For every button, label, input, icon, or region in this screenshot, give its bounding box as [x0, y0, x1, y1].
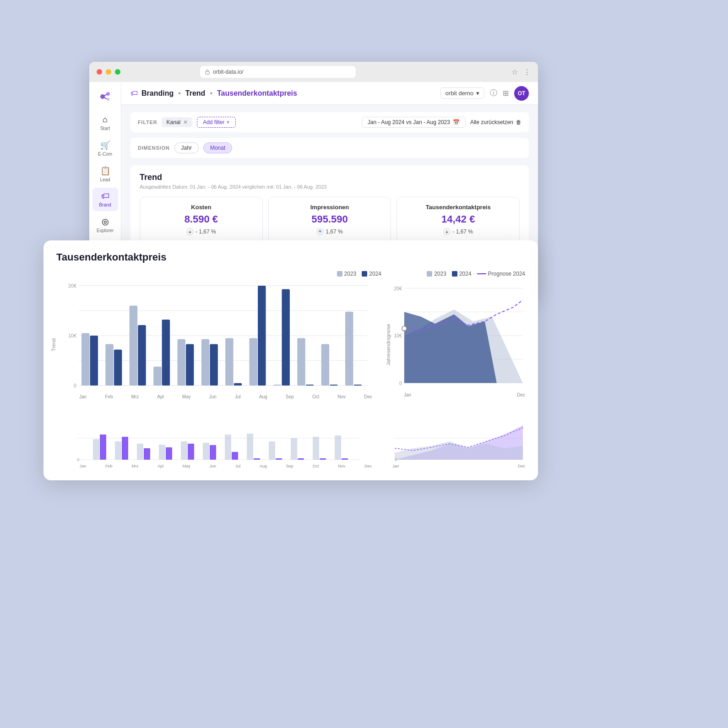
svg-rect-62	[181, 441, 187, 460]
svg-rect-26	[186, 344, 194, 386]
x-jul: Jul	[235, 394, 241, 399]
date-range-chip[interactable]: Jan - Aug 2024 vs Jan - Aug 2023 📅	[362, 117, 466, 128]
legend-label-prognose: Prognose 2024	[488, 271, 525, 277]
svg-rect-72	[291, 438, 297, 460]
x-axis-labels: Jan Feb Mrz Apl May Jun Jul Aug Sep Oct …	[56, 394, 381, 399]
reset-button[interactable]: Alle zurücksetzen 🗑	[470, 119, 522, 125]
explorer-icon: ◎	[102, 217, 109, 227]
metric-value-impressionen: 595.590	[311, 213, 348, 225]
lead-icon: 📋	[100, 166, 110, 176]
svg-rect-21	[130, 306, 137, 386]
sep2: •	[210, 89, 212, 98]
x-jun: Jun	[209, 394, 217, 399]
filter-chip-kanal[interactable]: Kanal ✕	[162, 117, 192, 127]
metric-name-tausend: Tausenderkontaktpreis	[426, 204, 491, 211]
bottom-charts: 0 JanFebMrzApl MayJunJulAug SepOctNovDec	[56, 416, 525, 471]
svg-rect-60	[159, 445, 165, 460]
lock-icon	[205, 69, 210, 75]
legend-color-2023	[337, 271, 342, 277]
breadcrumb-branding: Branding	[141, 89, 174, 98]
breadcrumb-trend: Trend	[185, 89, 206, 98]
svg-rect-58	[137, 444, 143, 460]
legend-f-2023: 2023	[427, 271, 446, 277]
svg-rect-73	[298, 458, 304, 460]
x-jan: Jan	[79, 394, 87, 399]
svg-rect-77	[342, 458, 348, 460]
info-icon[interactable]: ⓘ	[490, 88, 497, 98]
svg-rect-63	[188, 444, 194, 460]
cart-icon: 🛒	[100, 140, 110, 150]
star-icon[interactable]: ☆	[511, 68, 518, 76]
filter-label: FILTER	[138, 120, 157, 125]
chevron-down-icon: ▾	[476, 90, 479, 97]
sidebar-label-brand: Brand	[99, 202, 111, 207]
svg-rect-71	[276, 458, 282, 460]
change-text-impressionen: 1,67 %	[326, 228, 342, 235]
x-nov: Nov	[337, 394, 346, 399]
svg-rect-75	[320, 458, 326, 460]
logo-area[interactable]	[96, 87, 114, 106]
reset-label: Alle zurücksetzen	[470, 119, 513, 125]
filter-row: FILTER Kanal ✕ Add filter + Jan - Aug 20…	[130, 112, 529, 132]
x-aug: Aug	[259, 394, 267, 399]
svg-point-1	[100, 94, 105, 99]
svg-point-3	[107, 98, 109, 101]
maximize-dot[interactable]	[115, 69, 120, 75]
metrics-row: Kosten 8.590 € - 1,67 %	[140, 197, 520, 242]
url-bar[interactable]: orbit-data.io/	[200, 66, 356, 78]
svg-line-4	[104, 94, 107, 96]
svg-rect-24	[162, 320, 170, 386]
grid-icon[interactable]: ⊞	[503, 89, 509, 98]
svg-rect-32	[258, 286, 266, 386]
legend-color-f2023	[427, 271, 432, 277]
svg-rect-69	[254, 458, 260, 460]
header-tag-icon: 🏷	[130, 89, 138, 98]
scene: orbit-data.io/ ☆ ⋮	[43, 43, 685, 685]
legend-f-2024: 2024	[452, 271, 472, 277]
svg-rect-18	[90, 336, 98, 386]
legend-label-2024: 2024	[369, 271, 381, 277]
svg-rect-29	[225, 338, 233, 386]
sidebar-label-ecom: E-Com	[98, 152, 112, 157]
dim-btn-jahr[interactable]: Jahr	[174, 142, 199, 153]
svg-rect-17	[81, 333, 89, 386]
chip-delete-icon[interactable]: ✕	[183, 119, 188, 125]
y-axis-label-forecast: Jahresendrognose	[386, 324, 391, 365]
svg-rect-76	[335, 435, 341, 460]
plus-icon: +	[227, 119, 230, 125]
legend-prognose: Prognose 2024	[477, 271, 525, 277]
bottom-area-svg: 0	[392, 416, 525, 462]
metric-name-kosten: Kosten	[191, 204, 211, 211]
sidebar-item-lead[interactable]: 📋 Lead	[92, 162, 118, 186]
url-text: orbit-data.io/	[213, 69, 244, 75]
svg-rect-54	[93, 439, 99, 460]
home-icon: ⌂	[103, 115, 108, 125]
close-dot[interactable]	[97, 69, 102, 75]
add-filter-button[interactable]: Add filter +	[197, 117, 235, 128]
legend-2024: 2024	[362, 271, 381, 277]
change-text-kosten: - 1,67 %	[196, 228, 216, 235]
svg-rect-59	[144, 448, 150, 460]
svg-rect-0	[206, 71, 209, 74]
demo-select[interactable]: orbit demo ▾	[440, 87, 484, 99]
svg-rect-67	[232, 452, 238, 460]
svg-rect-33	[273, 385, 281, 386]
forecast-x-dec: Dec	[517, 392, 525, 397]
svg-rect-36	[306, 385, 314, 386]
legend-color-2024	[362, 271, 367, 277]
sidebar-item-brand[interactable]: 🏷 Brand	[92, 188, 118, 211]
minimize-dot[interactable]	[106, 69, 111, 75]
chip-label: Kanal	[166, 119, 180, 125]
more-icon[interactable]: ⋮	[523, 68, 531, 76]
svg-rect-34	[282, 289, 289, 386]
dim-btn-monat[interactable]: Monat	[203, 142, 232, 153]
svg-rect-74	[313, 437, 319, 460]
svg-rect-64	[203, 443, 209, 460]
avatar[interactable]: OT	[514, 86, 529, 101]
svg-rect-28	[210, 344, 217, 386]
sidebar-item-explorer[interactable]: ◎ Explorer	[92, 213, 118, 237]
sidebar-item-start[interactable]: ⌂ Start	[92, 111, 118, 135]
x-may: May	[182, 394, 191, 399]
y-axis-label-trend: Trend	[51, 338, 56, 351]
sidebar-item-ecom[interactable]: 🛒 E-Com	[92, 136, 118, 160]
